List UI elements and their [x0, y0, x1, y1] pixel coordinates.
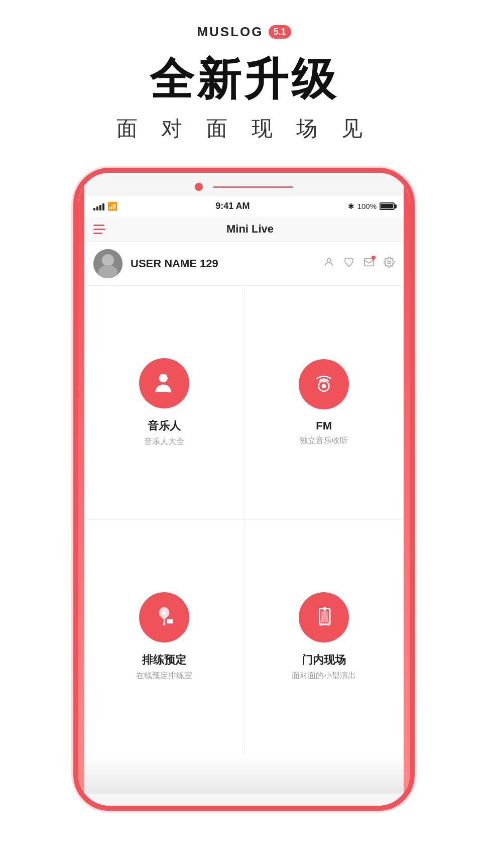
phone-top-bar	[78, 173, 410, 196]
svg-point-2	[388, 261, 391, 264]
svg-rect-1	[364, 259, 374, 266]
app-title: Mini Live	[105, 223, 395, 236]
signal-bar-4	[102, 203, 104, 210]
bluetooth-icon: ✱	[348, 202, 354, 211]
status-time: 9:41 AM	[117, 201, 348, 211]
live-subtitle: 面对面的小型演出	[292, 671, 356, 681]
status-left: 📶	[93, 201, 117, 211]
svg-text:♪: ♪	[168, 386, 172, 394]
camera-dot	[195, 183, 203, 191]
status-bar: 📶 9:41 AM ✱ 100%	[84, 196, 404, 216]
live-title: 门内现场	[302, 653, 346, 668]
live-icon-circle	[299, 592, 349, 642]
status-line	[213, 186, 293, 188]
battery-fill	[381, 204, 393, 208]
grid-item-musician[interactable]: ♪ 音乐人 音乐人大全	[84, 286, 244, 519]
user-name: USER NAME 129	[131, 257, 323, 270]
avatar-body	[98, 265, 117, 278]
svg-point-10	[168, 620, 169, 622]
avatar-image	[93, 249, 123, 278]
wifi-icon: 📶	[107, 201, 117, 211]
svg-point-3	[159, 374, 167, 382]
user-action-icons	[323, 257, 395, 271]
hamburger-line-2	[93, 229, 105, 230]
rehearsal-icon-circle	[139, 592, 189, 642]
fm-icon-circle	[299, 359, 349, 409]
signal-bars	[93, 202, 104, 210]
version-badge: 5.1	[269, 25, 291, 39]
profile-icon[interactable]	[323, 257, 334, 271]
musician-icon-circle: ♪	[139, 358, 189, 408]
grid-item-rehearsal[interactable]: 排练预定 在线预定排练室	[84, 520, 244, 753]
hamburger-line-1	[93, 225, 104, 226]
top-header: MUSLOG 5.1 全新升级 面 对 面 现 场 见	[0, 0, 488, 168]
avatar-head	[102, 254, 114, 266]
bottom-fade	[84, 753, 404, 794]
grid-item-fm[interactable]: FM 独立音乐收听	[245, 286, 404, 519]
battery-percent: 100%	[357, 202, 377, 210]
phone-wrapper: 📶 9:41 AM ✱ 100% Mini Live	[68, 168, 420, 868]
signal-bar-2	[96, 206, 98, 210]
user-avatar[interactable]	[93, 249, 123, 278]
hamburger-menu-button[interactable]	[93, 225, 105, 234]
svg-point-6	[322, 384, 326, 388]
brand-row: MUSLOG 5.1	[197, 24, 291, 40]
battery-icon	[380, 202, 395, 210]
svg-point-8	[162, 611, 166, 615]
fm-subtitle: 独立音乐收听	[300, 436, 348, 446]
mail-icon[interactable]	[363, 257, 375, 271]
signal-bar-3	[99, 205, 101, 210]
svg-point-14	[323, 607, 327, 610]
headline: 全新升级	[150, 50, 338, 110]
svg-point-0	[327, 259, 330, 262]
app-navbar: Mini Live	[84, 216, 404, 242]
rehearsal-subtitle: 在线预定排练室	[136, 671, 192, 681]
subheadline: 面 对 面 现 场 见	[116, 115, 372, 143]
grid-item-live[interactable]: 门内现场 面对面的小型演出	[245, 520, 404, 753]
favorite-icon[interactable]	[343, 257, 354, 271]
musician-subtitle: 音乐人大全	[144, 437, 184, 447]
phone-frame: 📶 9:41 AM ✱ 100% Mini Live	[73, 168, 415, 811]
brand-name: MUSLOG	[197, 24, 263, 40]
user-profile-row: USER NAME 129	[84, 242, 404, 286]
signal-bar-1	[93, 208, 95, 210]
settings-icon[interactable]	[384, 257, 395, 271]
grid-menu: ♪ 音乐人 音乐人大全	[84, 286, 404, 753]
musician-title: 音乐人	[148, 418, 181, 433]
rehearsal-title: 排练预定	[142, 653, 186, 668]
fm-title: FM	[316, 419, 332, 432]
phone-screen: 📶 9:41 AM ✱ 100% Mini Live	[84, 196, 404, 794]
status-right: ✱ 100%	[348, 202, 395, 211]
hamburger-line-3	[93, 233, 102, 234]
